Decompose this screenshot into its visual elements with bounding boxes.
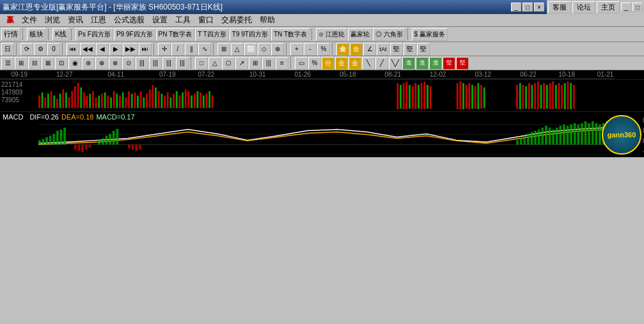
maximize-btn[interactable]: □ bbox=[522, 3, 533, 12]
tb-line[interactable]: / bbox=[171, 43, 184, 56]
tb3-19[interactable]: ⊞ bbox=[249, 57, 262, 70]
tb3-24[interactable]: ╲ bbox=[362, 57, 375, 70]
menu-window[interactable]: 窗口 bbox=[194, 14, 217, 26]
tb-draw3[interactable]: ⬜ bbox=[244, 43, 257, 56]
tb-nav-prev-page[interactable]: ◀◀ bbox=[80, 43, 95, 56]
tb-tt4[interactable]: T T四方形 bbox=[195, 28, 229, 41]
tb-tn-t[interactable]: TN T数字表 bbox=[271, 28, 310, 41]
tb3-26[interactable]: ╲╱ bbox=[389, 57, 402, 70]
tb-nav-play[interactable]: ▶ bbox=[109, 43, 122, 56]
tb-angle[interactable]: ∠ bbox=[363, 43, 376, 56]
tb3-11[interactable]: ||| bbox=[136, 57, 148, 70]
tb-zoom-in[interactable]: + bbox=[290, 43, 303, 56]
inner-restore-btn[interactable]: □ bbox=[632, 3, 643, 12]
tb-cross[interactable]: ✛ bbox=[158, 43, 171, 56]
menu-help[interactable]: 帮助 bbox=[256, 14, 279, 26]
tb3-28[interactable]: 進 bbox=[416, 57, 428, 70]
tb-refresh[interactable]: ⟳ bbox=[20, 43, 33, 56]
tb3-13[interactable]: ||| bbox=[162, 57, 175, 70]
tb-quotes[interactable]: 行情 bbox=[1, 28, 20, 41]
svg-rect-109 bbox=[51, 91, 52, 108]
tb3-29[interactable]: 進 bbox=[429, 57, 442, 70]
home-btn[interactable]: 主页 bbox=[597, 1, 620, 13]
tb-ps-f4[interactable]: Ps F四方形 bbox=[75, 28, 113, 41]
tb3-18[interactable]: ↗ bbox=[235, 57, 248, 70]
menu-jiangen[interactable]: 江恩 bbox=[87, 14, 110, 26]
menu-news[interactable]: 资讯 bbox=[64, 14, 87, 26]
tb-t9-9t[interactable]: T9 9T四方形 bbox=[230, 28, 271, 41]
tb-tb3[interactable]: 堅 bbox=[404, 43, 416, 56]
tb3-3[interactable]: ⊟ bbox=[28, 57, 41, 70]
tb-nav-first[interactable]: ⏮ bbox=[67, 43, 79, 56]
tb-nav-last[interactable]: ⏭ bbox=[139, 43, 152, 56]
tb3-21[interactable]: ≡ bbox=[276, 57, 288, 70]
tb3-1[interactable]: ☰ bbox=[1, 57, 14, 70]
tb3-27[interactable]: 進 bbox=[402, 57, 415, 70]
minimize-btn[interactable]: _ bbox=[511, 3, 521, 12]
tb3-23[interactable]: % bbox=[308, 57, 321, 70]
menu-settings[interactable]: 设置 bbox=[148, 14, 171, 26]
tb3-12[interactable]: ||| bbox=[149, 57, 162, 70]
tb-parallel[interactable]: ∥ bbox=[185, 43, 198, 56]
tb-settings2[interactable]: ⚙ bbox=[34, 43, 47, 56]
tb-tb1[interactable]: tAt bbox=[377, 43, 389, 56]
tb3-jin1[interactable]: 金 bbox=[335, 57, 348, 70]
tb3-22[interactable]: ▭ bbox=[295, 57, 308, 70]
tb-zoom-out[interactable]: - bbox=[304, 43, 317, 56]
customer-service-btn[interactable]: 客服 bbox=[548, 1, 571, 13]
tb3-16[interactable]: △ bbox=[208, 57, 221, 70]
tb-hexagon[interactable]: ◎ 六角形 bbox=[373, 28, 405, 41]
tb-gold1[interactable]: 金 bbox=[336, 43, 349, 56]
tb3-14[interactable]: ||| bbox=[176, 57, 189, 70]
tb3-15[interactable]: □ bbox=[195, 57, 208, 70]
svg-rect-252 bbox=[585, 121, 587, 144]
tb3-6[interactable]: ◉ bbox=[68, 57, 81, 70]
inner-minimize-btn[interactable]: _ bbox=[621, 3, 631, 12]
tb3-fen[interactable]: 分 bbox=[322, 57, 334, 70]
tb-nav-prev[interactable]: ◀ bbox=[96, 43, 109, 56]
tb3-5[interactable]: ⊡ bbox=[55, 57, 68, 70]
svg-rect-108 bbox=[47, 94, 49, 109]
svg-rect-186 bbox=[516, 85, 518, 109]
tb-pn-t[interactable]: PN T数字表 bbox=[156, 28, 195, 41]
tb3-7[interactable]: ⊛ bbox=[82, 57, 95, 70]
tb-tb4[interactable]: 堅 bbox=[417, 43, 430, 56]
menu-formula[interactable]: 公式选股 bbox=[110, 14, 148, 26]
tb-kline[interactable]: K线 bbox=[52, 28, 69, 41]
tb-draw4[interactable]: ◇ bbox=[258, 43, 271, 56]
tb3-8[interactable]: ⊕ bbox=[95, 57, 108, 70]
menu-trade[interactable]: 交易委托 bbox=[217, 14, 256, 26]
tb-p9-9f4[interactable]: P9 9F四方形 bbox=[114, 28, 155, 41]
tb3-9[interactable]: ⊗ bbox=[109, 57, 122, 70]
tb-service[interactable]: $ 赢家服务 bbox=[412, 28, 448, 41]
tb3-4[interactable]: ⊠ bbox=[42, 57, 54, 70]
tb-win-wheel[interactable]: 赢家轮 bbox=[348, 28, 372, 41]
tb3-20[interactable]: ||| bbox=[262, 57, 275, 70]
tb3-17[interactable]: ⬡ bbox=[222, 57, 235, 70]
tb3-31[interactable]: 堅 bbox=[456, 57, 469, 70]
tb-sectors[interactable]: 板块 bbox=[27, 28, 46, 41]
close-btn[interactable]: × bbox=[534, 3, 544, 12]
tb3-10[interactable]: ⊙ bbox=[122, 57, 135, 70]
menu-tools[interactable]: 工具 bbox=[171, 14, 194, 26]
tb3-jin2[interactable]: 金 bbox=[349, 57, 361, 70]
tb-percent[interactable]: % bbox=[317, 43, 330, 56]
tb3-2[interactable]: ⊞ bbox=[15, 57, 27, 70]
tb-period-day[interactable]: 日 bbox=[1, 43, 14, 56]
tb-draw5[interactable]: ⊕ bbox=[271, 43, 284, 56]
tb-gold2[interactable]: 金 bbox=[350, 43, 363, 56]
tb-draw2[interactable]: △ bbox=[231, 43, 244, 56]
svg-rect-212 bbox=[45, 137, 48, 144]
tb-num0[interactable]: 0 bbox=[47, 43, 60, 56]
menu-win[interactable]: 赢 bbox=[3, 14, 18, 26]
tb-draw1[interactable]: ⊞ bbox=[217, 43, 230, 56]
tb-tb2[interactable]: 堅 bbox=[390, 43, 403, 56]
tb-curve[interactable]: ∿ bbox=[198, 43, 211, 56]
tb3-25[interactable]: ╱ bbox=[375, 57, 388, 70]
forum-btn[interactable]: 论坛 bbox=[572, 1, 595, 13]
tb3-30[interactable]: 堅 bbox=[443, 57, 455, 70]
tb-nav-next[interactable]: ▶▶ bbox=[123, 43, 138, 56]
menu-browse[interactable]: 浏览 bbox=[41, 14, 64, 26]
tb-jiangen-wheel[interactable]: ⊙ 江恩轮 bbox=[316, 28, 347, 41]
menu-file[interactable]: 文件 bbox=[18, 14, 41, 26]
